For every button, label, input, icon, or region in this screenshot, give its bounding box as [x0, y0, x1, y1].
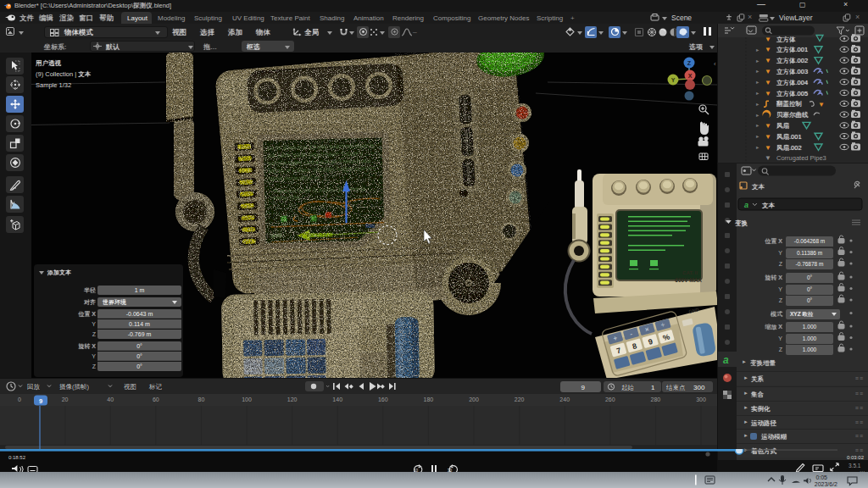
svg-text:▼: ▼ — [765, 68, 771, 75]
svg-text:200: 200 — [469, 396, 479, 402]
svg-text:起始: 起始 — [621, 384, 635, 391]
svg-text:▼: ▼ — [765, 122, 771, 130]
svg-text:9: 9 — [39, 397, 42, 405]
svg-text:▼: ▼ — [765, 144, 771, 152]
svg-text:CAT. II: CAT. II — [682, 270, 698, 275]
svg-text:▼: ▼ — [765, 90, 771, 97]
svg-text:a: a — [723, 354, 729, 366]
svg-text:600V MAX: 600V MAX — [675, 277, 702, 283]
svg-text:▼: ▼ — [765, 154, 771, 162]
svg-text:▼: ▼ — [765, 46, 771, 53]
svg-text:►: ► — [755, 145, 760, 150]
svg-text:a: a — [744, 201, 748, 209]
svg-text:►: ► — [755, 102, 760, 107]
svg-text:立方体.001: 立方体.001 — [776, 46, 808, 53]
svg-text:80: 80 — [198, 396, 205, 402]
svg-text:立方体.004: 立方体.004 — [776, 79, 808, 86]
svg-text:X: X — [688, 73, 693, 79]
svg-text:文本: 文本 — [762, 202, 776, 209]
svg-text:视图: 视图 — [124, 383, 136, 391]
svg-text:160: 160 — [378, 396, 388, 402]
svg-text:贝塞尔曲线: 贝塞尔曲线 — [776, 111, 809, 119]
svg-text:回放: 回放 — [27, 383, 41, 391]
svg-text:9: 9 — [581, 384, 586, 391]
svg-text:40: 40 — [107, 396, 114, 402]
svg-text:立方体.005: 立方体.005 — [776, 90, 808, 97]
svg-text:标记: 标记 — [148, 383, 163, 391]
svg-text:►: ► — [755, 123, 760, 128]
svg-text:▼: ▼ — [765, 133, 771, 141]
svg-text:变换: 变换 — [735, 219, 748, 227]
svg-text:►: ► — [755, 134, 760, 139]
svg-text:摄像(插帧): 摄像(插帧) — [59, 383, 89, 391]
svg-text:300: 300 — [693, 384, 705, 391]
svg-text:▼: ▼ — [765, 57, 771, 64]
svg-text:1: 1 — [651, 384, 655, 391]
svg-text:0: 0 — [18, 396, 21, 402]
svg-text:0:18:52: 0:18:52 — [8, 455, 26, 460]
svg-text:►: ► — [755, 113, 760, 118]
svg-text:►: ► — [755, 69, 760, 74]
svg-text:280: 280 — [651, 396, 661, 402]
svg-text:Corrugated Pipe3: Corrugated Pipe3 — [776, 154, 826, 162]
svg-text:140: 140 — [332, 396, 342, 402]
svg-text:Z: Z — [687, 60, 692, 66]
svg-text:翻盖控制: 翻盖控制 — [776, 100, 802, 108]
svg-text:文本: 文本 — [752, 183, 765, 191]
svg-text:0:03:02: 0:03:02 — [847, 455, 865, 460]
svg-text:2023/6/2: 2023/6/2 — [815, 481, 837, 487]
svg-text:风扇.002: 风扇.002 — [776, 144, 802, 152]
svg-text:300: 300 — [696, 396, 706, 402]
svg-text:风扇: 风扇 — [776, 122, 789, 130]
svg-text:▼: ▼ — [818, 101, 825, 108]
svg-text:120: 120 — [287, 396, 298, 402]
svg-text:240: 240 — [559, 396, 570, 402]
svg-text:立方体: 立方体 — [776, 36, 796, 43]
svg-text:swam Tulw: swam Tulw — [273, 194, 300, 201]
svg-text:风扇.001: 风扇.001 — [776, 133, 802, 141]
svg-text:立方体.002: 立方体.002 — [776, 57, 808, 64]
svg-text:Y: Y — [671, 77, 676, 83]
svg-text:260: 260 — [605, 396, 615, 402]
svg-text:结束点: 结束点 — [665, 384, 686, 391]
svg-text:20: 20 — [62, 396, 69, 402]
svg-text:►: ► — [755, 47, 760, 53]
svg-text:立方体.003: 立方体.003 — [776, 68, 808, 75]
svg-text:0:05: 0:05 — [815, 474, 827, 480]
svg-text:‹: ‹ — [714, 60, 716, 68]
svg-text:▼: ▼ — [765, 79, 771, 86]
svg-text:▼: ▼ — [765, 36, 771, 43]
svg-text:►: ► — [755, 58, 760, 64]
svg-text:►: ► — [755, 91, 760, 96]
svg-text:100: 100 — [242, 396, 252, 402]
svg-text:►: ► — [755, 80, 760, 85]
svg-text:180: 180 — [424, 396, 434, 402]
svg-text:60: 60 — [153, 396, 159, 402]
svg-text:220: 220 — [515, 396, 525, 402]
